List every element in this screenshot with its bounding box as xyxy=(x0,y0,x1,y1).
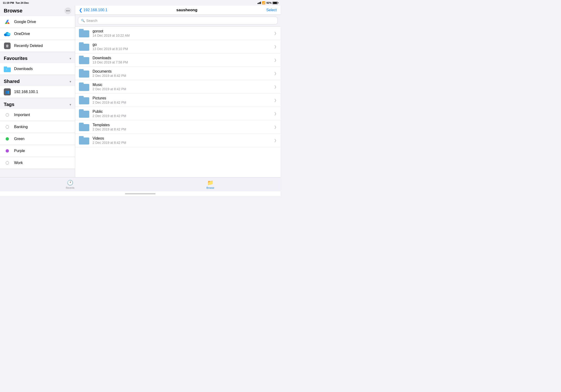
signal-icon xyxy=(258,2,261,4)
select-button[interactable]: Select xyxy=(266,8,277,12)
tag-important-icon xyxy=(4,111,11,119)
folder-icon-documents xyxy=(79,69,89,77)
file-name-templates: Templates xyxy=(93,123,271,127)
tags-title: Tags xyxy=(4,102,14,107)
more-button[interactable]: ••• xyxy=(65,8,71,14)
tag-banking-label: Banking xyxy=(14,125,28,129)
back-button[interactable]: ❮ 192.168.100.1 xyxy=(79,8,107,13)
file-item-public[interactable]: Public 2 Dec 2019 at 8:42 PM ❯ xyxy=(75,107,280,120)
tags-chevron-icon: ▾ xyxy=(70,103,71,107)
folder-icon-pictures xyxy=(79,96,89,104)
main-panel: ❮ 192.168.100.1 sausheong Select 🔍 Searc… xyxy=(75,6,280,177)
google-drive-label: Google Drive xyxy=(14,20,36,24)
bottom-nav: 🕐 Recents 📁 Browse xyxy=(0,177,280,191)
tag-green-label: Green xyxy=(14,137,24,141)
folder-icon-go xyxy=(79,42,89,51)
file-date-pictures: 2 Dec 2019 at 8:42 PM xyxy=(93,101,271,104)
sidebar-item-tag-green[interactable]: Green xyxy=(0,133,75,145)
sidebar-item-tag-purple[interactable]: Purple xyxy=(0,145,75,157)
nav-item-browse[interactable]: 📁 Browse xyxy=(140,180,280,189)
clock-icon: 🕐 xyxy=(67,180,73,186)
file-date-goroot: 14 Dec 2019 at 10:22 AM xyxy=(93,34,271,37)
file-name-music: Music xyxy=(93,83,271,87)
tag-work-icon xyxy=(4,159,11,166)
recents-label: Recents xyxy=(66,187,75,189)
page-title: sausheong xyxy=(176,8,198,12)
svg-point-3 xyxy=(7,33,11,35)
file-date-videos: 2 Dec 2019 at 8:42 PM xyxy=(93,141,271,144)
file-item-go[interactable]: go 13 Dec 2019 at 8:10 PM ❯ xyxy=(75,40,280,53)
sidebar-item-tag-work[interactable]: Work xyxy=(0,157,75,169)
file-name-documents: Documents xyxy=(93,69,271,74)
time: 11:19 PM xyxy=(3,1,14,4)
file-date-music: 2 Dec 2019 at 8:42 PM xyxy=(93,87,271,91)
file-name-go: go xyxy=(93,43,271,47)
search-bar[interactable]: 🔍 Search xyxy=(78,17,278,24)
sidebar-item-google-drive[interactable]: Google Drive xyxy=(0,16,75,28)
shared-section: Shared ▾ 👥 192.168.100.1 xyxy=(0,75,75,98)
file-name-goroot: goroot xyxy=(93,29,271,33)
file-item-templates[interactable]: Templates 2 Dec 2019 at 8:42 PM ❯ xyxy=(75,120,280,134)
file-date-go: 13 Dec 2019 at 8:10 PM xyxy=(93,47,271,51)
nav-item-recents[interactable]: 🕐 Recents xyxy=(0,180,140,189)
file-chevron-music: ❯ xyxy=(274,85,277,89)
sidebar-item-tag-important[interactable]: Important xyxy=(0,109,75,121)
file-item-music[interactable]: Music 2 Dec 2019 at 8:42 PM ❯ xyxy=(75,80,280,94)
main-header: ❮ 192.168.100.1 sausheong Select xyxy=(75,6,280,15)
tag-important-label: Important xyxy=(14,113,30,117)
google-drive-icon xyxy=(4,18,11,25)
network-icon: 👥 xyxy=(4,88,11,95)
shared-title: Shared xyxy=(4,79,20,84)
recently-deleted-label: Recently Deleted xyxy=(14,44,43,48)
tag-green-icon xyxy=(4,135,11,142)
wifi-icon: 📶 xyxy=(262,1,265,4)
browse-label: Browse xyxy=(206,187,214,189)
favourites-header[interactable]: Favourites ▾ xyxy=(0,52,75,63)
battery-icon xyxy=(272,2,278,4)
back-label: 192.168.100.1 xyxy=(83,8,107,12)
trash-icon: 🗑 xyxy=(4,42,11,49)
sidebar-header: Browse ••• xyxy=(0,6,75,16)
tags-header[interactable]: Tags ▾ xyxy=(0,98,75,109)
home-indicator xyxy=(0,191,280,196)
shared-chevron-icon: ▾ xyxy=(70,80,71,83)
file-name-downloads: Downloads xyxy=(93,56,271,60)
downloads-label: Downloads xyxy=(14,67,33,71)
network-label: 192.168.100.1 xyxy=(14,90,38,94)
sidebar-item-tag-banking[interactable]: Banking xyxy=(0,121,75,133)
tag-banking-icon xyxy=(4,123,11,131)
favourites-chevron-icon: ▾ xyxy=(70,57,71,60)
file-name-public: Public xyxy=(93,109,271,114)
onedrive-label: OneDrive xyxy=(14,32,30,36)
file-item-pictures[interactable]: Pictures 2 Dec 2019 at 8:42 PM ❯ xyxy=(75,94,280,107)
file-item-downloads[interactable]: Downloads 13 Dec 2019 at 7:58 PM ❯ xyxy=(75,53,280,67)
folder-icon-videos xyxy=(79,136,89,144)
sidebar-item-downloads[interactable]: ↓ Downloads xyxy=(0,63,75,75)
home-bar xyxy=(125,193,155,194)
onedrive-icon xyxy=(4,30,11,37)
file-item-goroot[interactable]: goroot 14 Dec 2019 at 10:22 AM ❯ xyxy=(75,27,280,40)
sidebar-item-recently-deleted[interactable]: 🗑 Recently Deleted xyxy=(0,40,75,52)
folder-icon-music xyxy=(79,83,89,91)
file-chevron-downloads: ❯ xyxy=(274,58,277,62)
file-item-documents[interactable]: Documents 2 Dec 2019 at 8:42 PM ❯ xyxy=(75,67,280,80)
sidebar-item-onedrive[interactable]: OneDrive xyxy=(0,28,75,40)
favourites-section: Favourites ▾ ↓ Downloads xyxy=(0,52,75,75)
more-dots-icon: ••• xyxy=(66,9,70,13)
file-item-videos[interactable]: Videos 2 Dec 2019 at 8:42 PM ❯ xyxy=(75,134,280,147)
tag-work-label: Work xyxy=(14,161,23,165)
browse-folder-icon: 📁 xyxy=(207,180,214,186)
file-list: goroot 14 Dec 2019 at 10:22 AM ❯ go 13 D… xyxy=(75,27,280,177)
date: Tue 24 Dec xyxy=(15,1,29,4)
shared-header[interactable]: Shared ▾ xyxy=(0,75,75,86)
search-icon: 🔍 xyxy=(81,19,85,22)
file-chevron-videos: ❯ xyxy=(274,138,277,142)
downloads-folder-icon: ↓ xyxy=(4,65,11,72)
file-date-downloads: 13 Dec 2019 at 7:58 PM xyxy=(93,60,271,64)
file-date-templates: 2 Dec 2019 at 8:42 PM xyxy=(93,127,271,131)
file-date-public: 2 Dec 2019 at 8:42 PM xyxy=(93,114,271,118)
sidebar-item-192-168-100-1[interactable]: 👥 192.168.100.1 xyxy=(0,86,75,98)
sidebar: Browse ••• xyxy=(0,6,75,177)
sidebar-title: Browse xyxy=(4,8,22,14)
file-name-pictures: Pictures xyxy=(93,96,271,100)
